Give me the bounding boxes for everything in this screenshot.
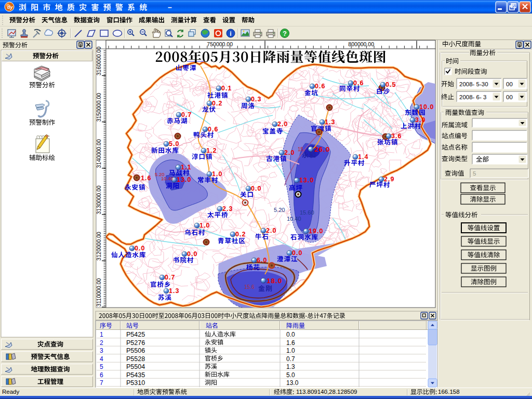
svg-text:15.: 15. — [298, 147, 305, 152]
svg-text:2: 2 — [100, 339, 103, 347]
svg-text:00: 00 — [506, 94, 513, 100]
svg-text:1.6: 1.6 — [141, 175, 151, 182]
svg-text:750000.00: 750000.00 — [207, 41, 233, 47]
svg-text:dy: dy — [7, 5, 13, 10]
svg-text:15.6: 15.6 — [244, 284, 255, 290]
svg-text:0.0: 0.0 — [251, 185, 261, 192]
svg-text:2.0: 2.0 — [284, 149, 295, 156]
svg-text:0.6: 0.6 — [208, 126, 218, 133]
svg-text:0.5: 0.5 — [385, 81, 396, 88]
svg-text:1: 1 — [100, 331, 103, 338]
svg-text:1.3: 1.3 — [325, 118, 335, 126]
svg-text:–: – — [168, 3, 172, 11]
svg-text:1.3: 1.3 — [169, 287, 179, 295]
svg-text:18.0: 18.0 — [267, 277, 282, 285]
svg-text:13.0: 13.0 — [177, 176, 191, 183]
svg-text:P5425: P5425 — [126, 331, 145, 338]
svg-text:?: ? — [283, 30, 287, 37]
svg-text:26.0: 26.0 — [314, 145, 330, 153]
svg-text:i: i — [230, 30, 231, 37]
svg-text:7: 7 — [100, 379, 103, 387]
svg-text:0.0: 0.0 — [187, 250, 197, 258]
svg-text:800000.00: 800000.00 — [348, 41, 374, 47]
svg-text:166.158: 166.158 — [438, 389, 460, 395]
svg-text:0.3: 0.3 — [251, 96, 261, 103]
svg-text:0.0: 0.0 — [286, 331, 295, 338]
svg-text:6: 6 — [100, 371, 103, 379]
svg-text:0.0: 0.0 — [292, 249, 302, 257]
svg-text:10.40: 10.40 — [287, 216, 301, 222]
svg-text:19.0: 19.0 — [309, 228, 323, 235]
svg-text:1.0: 1.0 — [212, 170, 222, 178]
svg-text:1.2: 1.2 — [206, 147, 217, 154]
svg-text:3.0: 3.0 — [415, 116, 425, 124]
svg-text:2008- 6- 3: 2008- 6- 3 — [459, 94, 486, 100]
svg-text:0.2: 0.2 — [212, 100, 222, 107]
svg-text:3: 3 — [100, 347, 103, 354]
svg-text:13.0: 13.0 — [286, 379, 299, 387]
svg-text:Ready: Ready — [2, 389, 19, 395]
svg-text:1.6: 1.6 — [286, 339, 295, 347]
svg-text:2008- 5-30: 2008- 5-30 — [459, 81, 488, 87]
svg-text:P5276: P5276 — [126, 339, 145, 347]
svg-text:1.0: 1.0 — [200, 222, 210, 229]
svg-text:0.7: 0.7 — [165, 274, 175, 281]
svg-text:2.9: 2.9 — [384, 176, 394, 183]
svg-text:P5528: P5528 — [126, 355, 145, 363]
svg-text:113.809140,28.128509: 113.809140,28.128509 — [296, 389, 357, 395]
svg-text:5.20: 5.20 — [274, 207, 285, 213]
svg-text:0.2: 0.2 — [235, 231, 246, 238]
svg-text:P5435: P5435 — [126, 371, 145, 379]
svg-text:6.0: 6.0 — [257, 257, 267, 264]
svg-text:P5506: P5506 — [126, 347, 145, 354]
svg-text:10.40: 10.40 — [161, 176, 174, 181]
svg-text:0.0: 0.0 — [135, 245, 145, 252]
svg-text:3.6: 3.6 — [391, 132, 402, 140]
svg-text:5: 5 — [473, 170, 476, 177]
svg-text:3110000.00: 3110000.00 — [96, 278, 102, 307]
svg-text:5.0: 5.0 — [286, 371, 295, 379]
svg-text:3120000.00: 3120000.00 — [96, 232, 102, 261]
svg-text:2.3: 2.3 — [222, 205, 233, 212]
svg-text:1.3: 1.3 — [286, 363, 295, 370]
svg-text:0.7: 0.7 — [286, 355, 295, 363]
svg-text:1.1: 1.1 — [181, 164, 191, 171]
svg-text:0.7: 0.7 — [181, 111, 192, 118]
svg-text:4: 4 — [100, 355, 103, 363]
svg-text:P5504: P5504 — [126, 363, 145, 370]
svg-text:00: 00 — [506, 81, 513, 87]
svg-text:5: 5 — [100, 363, 103, 370]
svg-text:3150000.00: 3150000.00 — [96, 93, 102, 122]
svg-text:13.0: 13.0 — [299, 177, 314, 184]
svg-text:3130000.00: 3130000.00 — [96, 185, 102, 215]
svg-text:5.0: 5.0 — [169, 140, 179, 148]
svg-text:1.0: 1.0 — [286, 347, 295, 354]
svg-text:0.6: 0.6 — [315, 83, 325, 90]
svg-text:15.60: 15.60 — [300, 209, 314, 216]
svg-text:P5310: P5310 — [126, 379, 145, 387]
svg-text:3140000.00: 3140000.00 — [96, 139, 102, 168]
svg-text:0.1: 0.1 — [221, 85, 232, 92]
svg-text:3160000.00: 3160000.00 — [96, 47, 102, 76]
svg-text:2.0: 2.0 — [277, 121, 288, 128]
svg-text:10.0: 10.0 — [419, 103, 434, 111]
svg-text:2.0: 2.0 — [266, 227, 276, 234]
svg-text:1.4: 1.4 — [358, 153, 368, 161]
